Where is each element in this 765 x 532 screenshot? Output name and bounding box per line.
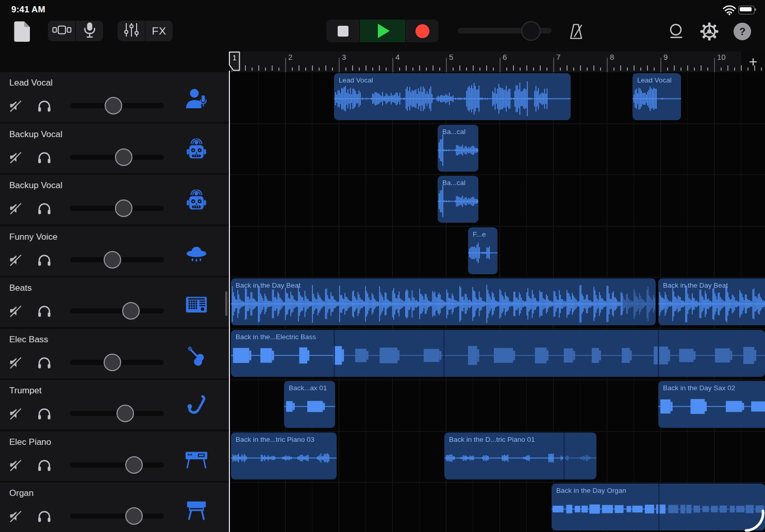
loop-browser-button[interactable] <box>667 23 686 42</box>
fx-button[interactable]: FX <box>145 21 173 41</box>
file-button[interactable] <box>13 21 31 44</box>
play-button[interactable] <box>359 20 405 42</box>
track-volume-slider[interactable] <box>70 462 164 468</box>
playhead-marker[interactable]: 1 <box>229 52 240 73</box>
headphones-icon <box>37 260 52 269</box>
monitor-button[interactable] <box>37 149 52 165</box>
ruler-tick <box>533 68 534 71</box>
mute-button[interactable] <box>8 304 23 318</box>
track-volume-slider[interactable] <box>70 308 164 313</box>
record-button[interactable] <box>405 20 439 42</box>
wifi-icon <box>723 5 736 18</box>
instrument-view-button[interactable] <box>75 21 103 41</box>
region-label: Back in the Day Beat <box>236 281 301 289</box>
track-header[interactable]: Organ <box>0 483 229 532</box>
track-volume-thumb[interactable] <box>125 456 143 474</box>
mute-button[interactable] <box>8 98 23 113</box>
track-header[interactable]: Beats <box>0 277 229 327</box>
ruler-bar-line <box>500 58 501 72</box>
ruler-tick <box>667 68 668 71</box>
timeline-ruler[interactable]: + 2345678910 <box>229 52 765 72</box>
mute-button[interactable] <box>8 406 23 421</box>
monitor-button[interactable] <box>37 457 52 473</box>
track-volume-thumb[interactable] <box>115 200 132 217</box>
region[interactable]: Back in the Day Sax 02 <box>658 381 765 428</box>
track-volume-slider[interactable] <box>70 360 164 365</box>
headphones-icon <box>37 363 52 372</box>
mute-button[interactable] <box>8 150 23 164</box>
region[interactable]: Lead Vocal <box>633 73 681 120</box>
plus-icon: + <box>749 55 757 69</box>
ruler-bar-line <box>714 58 715 72</box>
region[interactable]: F...e <box>468 227 497 274</box>
master-volume-thumb[interactable] <box>521 21 541 41</box>
track-volume-slider[interactable] <box>70 513 164 519</box>
row-separator <box>229 226 765 227</box>
ruler-tick <box>654 68 655 71</box>
region[interactable]: Ba...cal <box>438 125 478 172</box>
header-scrollbar[interactable] <box>225 291 227 316</box>
region[interactable]: Back...ax 01 <box>284 381 335 428</box>
monitor-button[interactable] <box>37 355 52 370</box>
track-header[interactable]: Elec Piano <box>0 431 229 481</box>
track-volume-thumb[interactable] <box>125 507 143 525</box>
region[interactable]: Back in the D...tric Piano 01 <box>444 433 596 479</box>
track-header[interactable]: Funny Voice <box>0 226 229 276</box>
mute-icon <box>8 157 23 166</box>
ruler-tick <box>587 68 588 71</box>
ruler-tick <box>573 68 574 71</box>
mute-button[interactable] <box>8 355 23 370</box>
track-volume-slider[interactable] <box>70 411 164 416</box>
master-volume-slider[interactable] <box>458 28 552 34</box>
track-volume-thumb[interactable] <box>115 148 132 166</box>
track-header[interactable]: Elec Bass <box>0 329 229 378</box>
monitor-button[interactable] <box>37 201 52 216</box>
region[interactable]: Back in the Day Organ <box>552 484 765 530</box>
region[interactable]: Back in the...Electric Bass <box>231 330 765 377</box>
help-button[interactable]: ? <box>734 23 751 40</box>
track-view-button[interactable] <box>48 21 75 41</box>
mute-button[interactable] <box>8 509 23 523</box>
monitor-button[interactable] <box>37 303 52 319</box>
ruler-tick <box>647 65 648 71</box>
track-volume-thumb[interactable] <box>104 354 121 371</box>
track-volume-slider[interactable] <box>70 206 164 211</box>
track-volume-thumb[interactable] <box>105 97 122 114</box>
track-volume-slider[interactable] <box>70 257 164 262</box>
track-volume-slider[interactable] <box>70 155 164 160</box>
mixer-button[interactable] <box>118 21 145 41</box>
monitor-button[interactable] <box>37 508 52 524</box>
drum-machine-icon <box>185 292 208 316</box>
monitor-button[interactable] <box>37 252 52 268</box>
track-volume-slider[interactable] <box>70 103 164 108</box>
stop-icon <box>338 26 348 37</box>
track-header[interactable]: Lead Vocal <box>0 72 229 122</box>
region[interactable]: Lead Vocal <box>334 73 571 120</box>
region[interactable]: Back in the...tric Piano 03 <box>231 433 337 479</box>
track-volume-thumb[interactable] <box>104 251 121 269</box>
headphones-icon <box>37 209 52 218</box>
track-header[interactable]: Backup Vocal <box>0 175 229 224</box>
monitor-button[interactable] <box>37 406 52 421</box>
settings-button[interactable] <box>700 22 719 43</box>
monitor-button[interactable] <box>37 98 52 113</box>
metronome-button[interactable] <box>568 22 585 43</box>
mute-button[interactable] <box>8 201 23 215</box>
region-label: Ba...cal <box>442 179 465 187</box>
ruler-tick <box>600 68 601 71</box>
playhead-line[interactable] <box>229 71 230 532</box>
headphones-icon <box>37 517 52 525</box>
ruler-bar-line <box>553 58 554 72</box>
timeline-arrange-area[interactable]: Lead VocalLead VocalBa...calBa...calF...… <box>229 72 765 532</box>
region[interactable]: Back in the Day Beat <box>658 278 765 325</box>
track-header[interactable]: Trumpet <box>0 380 229 429</box>
track-volume-thumb[interactable] <box>122 302 140 320</box>
mute-button[interactable] <box>8 458 23 472</box>
stop-button[interactable] <box>326 20 359 42</box>
track-header[interactable]: Backup Vocal <box>0 124 229 173</box>
region[interactable]: Ba...cal <box>438 176 478 223</box>
track-volume-thumb[interactable] <box>117 405 134 422</box>
region[interactable]: Back in the Day Beat <box>231 278 656 325</box>
mute-button[interactable] <box>8 253 23 267</box>
clock: 9:41 AM <box>11 5 45 15</box>
